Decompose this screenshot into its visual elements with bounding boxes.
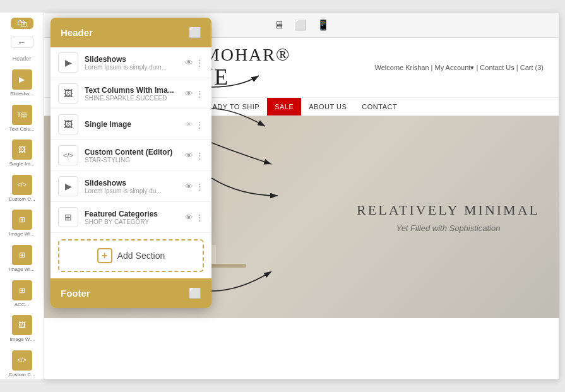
- sidebar-item-label: Image Wi...: [9, 231, 34, 237]
- sidebar-item-label: Image Wi...: [9, 266, 34, 273]
- panel-footer-title: Footer: [61, 288, 90, 299]
- sidebar-item-acc[interactable]: ⊞ ACC...: [4, 278, 40, 311]
- slideshows2-visible-icon[interactable]: 👁: [185, 182, 193, 191]
- hero-subtitle: Yet Filled with Sophistication: [357, 223, 540, 233]
- desktop-icon[interactable]: 🖥: [274, 20, 284, 31]
- left-sidebar: 🛍 ← Header ▶ Slidesho... T▤ Text Colu...…: [0, 13, 44, 379]
- slideshows1-actions: 👁 ⋮: [185, 58, 204, 68]
- sidebar-item-text-col[interactable]: T▤ Text Colu...: [4, 102, 40, 135]
- hero-text: RELATIVELY MINIMAL Yet Filled with Sophi…: [357, 202, 540, 233]
- panel-item-slideshows2[interactable]: ▶ Slideshows Lorem Ipsum is simply du...…: [51, 171, 211, 202]
- text-columns-visible-icon[interactable]: 👁: [185, 89, 193, 98]
- single-image-drag-icon[interactable]: ⋮: [196, 120, 204, 129]
- sidebar-item-slideshows[interactable]: ▶ Slidesho...: [4, 67, 40, 100]
- custom-content-icon: </>: [58, 145, 78, 165]
- panel-item-single-image[interactable]: 🖼 Single Image 👁 ⋮: [51, 109, 211, 140]
- featured-categories-icon: ⊞: [58, 207, 78, 227]
- sidebar-back-button[interactable]: ←: [11, 37, 33, 48]
- slideshows1-drag-icon[interactable]: ⋮: [196, 58, 204, 68]
- panel-item-featured-categories[interactable]: ⊞ Featured Categories SHOP BY CATEGORY 👁…: [51, 202, 211, 233]
- custom-content-sub: STAR-STYLING: [85, 157, 179, 163]
- panel-item-text-columns[interactable]: 🖼 Text Columns With Ima... SHINE.SPARKLE…: [51, 78, 211, 109]
- text-columns-icon: 🖼: [58, 83, 78, 104]
- featured-categories-visible-icon[interactable]: 👁: [185, 213, 193, 222]
- panel-header-icon[interactable]: ⬜: [189, 27, 201, 39]
- slideshows1-icon: ▶: [58, 52, 78, 73]
- single-image-text: Single Image: [85, 120, 179, 129]
- add-section-button[interactable]: + Add Section: [58, 239, 204, 272]
- img-with-icon: ⊞: [12, 210, 32, 230]
- single-image-name: Single Image: [85, 120, 179, 129]
- featured-categories-drag-icon[interactable]: ⋮: [196, 213, 204, 222]
- sidebar-logo: 🛍: [11, 18, 33, 29]
- add-section-label: Add Section: [117, 251, 165, 261]
- custom-content-actions: 👁 ⋮: [185, 151, 204, 160]
- text-columns-drag-icon[interactable]: ⋮: [196, 89, 204, 98]
- slideshows2-actions: 👁 ⋮: [185, 182, 204, 191]
- single-image-hidden-icon[interactable]: 👁: [185, 120, 193, 129]
- custom-icon: </>: [12, 175, 32, 195]
- hero-title: RELATIVELY MINIMAL: [357, 202, 540, 218]
- nav-item-about[interactable]: ABOUT US: [301, 98, 354, 116]
- sidebar-item-label: ACC...: [15, 302, 30, 308]
- img-with2-icon: ⊞: [12, 245, 32, 265]
- featured-categories-name: Featured Categories: [85, 210, 179, 218]
- slideshows2-sub: Lorem Ipsum is simply du...: [85, 187, 179, 194]
- single-image-icon: 🖼: [58, 114, 78, 134]
- sidebar-item-label: Text Colu...: [9, 126, 34, 133]
- nav-item-sale[interactable]: SALE: [267, 98, 301, 116]
- slideshows1-text: Slideshows Lorem Ipsum is simply dum...: [85, 55, 179, 71]
- single-img-icon: 🖼: [12, 140, 32, 160]
- sidebar-item-label: Single Im...: [9, 161, 34, 167]
- mobile-icon[interactable]: 📱: [317, 19, 330, 31]
- slideshows-icon: ▶: [12, 69, 32, 90]
- custom-content-text: Custom Content (Editor) STAR-STYLING: [85, 148, 179, 163]
- panel-footer: Footer ⬜: [51, 278, 211, 308]
- sidebar-item-custom[interactable]: </> Custom C...: [4, 172, 40, 205]
- slideshows2-text: Slideshows Lorem Ipsum is simply du...: [85, 179, 179, 194]
- panel-item-custom-content[interactable]: </> Custom Content (Editor) STAR-STYLING…: [51, 140, 211, 171]
- slideshows2-drag-icon[interactable]: ⋮: [196, 182, 204, 191]
- sidebar-header-label: Header: [0, 53, 44, 64]
- site-nav-top: Welcome Krishan | My Account▾ | Contact …: [375, 64, 544, 72]
- slideshows1-name: Slideshows: [85, 55, 179, 64]
- featured-categories-actions: 👁 ⋮: [185, 213, 204, 222]
- add-section-icon: +: [97, 248, 112, 263]
- sidebar-item-img-with[interactable]: ⊞ Image Wi...: [4, 207, 40, 240]
- sidebar-item-label: Custom C...: [8, 196, 35, 203]
- panel-item-slideshows1[interactable]: ▶ Slideshows Lorem Ipsum is simply dum..…: [51, 47, 211, 78]
- custom-content-name: Custom Content (Editor): [85, 148, 179, 157]
- panel-header-title: Header: [61, 27, 93, 38]
- sidebar-item-single-img[interactable]: 🖼 Single Im...: [4, 137, 40, 170]
- nav-item-contact[interactable]: CONTACT: [354, 98, 405, 116]
- featured-categories-text: Featured Categories SHOP BY CATEGORY: [85, 210, 179, 225]
- text-columns-sub: SHINE.SPARKLE.SUCCEED: [85, 95, 179, 102]
- panel-header: Header ⬜: [51, 18, 211, 47]
- panel-items-list: ▶ Slideshows Lorem Ipsum is simply dum..…: [51, 47, 211, 233]
- sidebar-item-img-with2[interactable]: ⊞ Image Wi...: [4, 242, 40, 275]
- slideshows1-visible-icon[interactable]: 👁: [185, 58, 193, 68]
- slideshows2-name: Slideshows: [85, 179, 179, 187]
- text-columns-text: Text Columns With Ima... SHINE.SPARKLE.S…: [85, 86, 179, 102]
- sidebar-item-custom2[interactable]: </> Custom C...: [4, 348, 40, 381]
- sidebar-item-label: Slidesho...: [10, 91, 33, 97]
- text-col-icon: T▤: [12, 105, 32, 125]
- img3-icon: 🖼: [12, 315, 32, 335]
- sidebar-item-label: Image W...: [9, 336, 33, 343]
- panel-footer-icon[interactable]: ⬜: [189, 287, 201, 299]
- custom2-icon: </>: [12, 350, 32, 371]
- text-columns-name: Text Columns With Ima...: [85, 86, 179, 95]
- featured-categories-sub: SHOP BY CATEGORY: [85, 218, 179, 225]
- editor-panel: Header ⬜ ▶ Slideshows Lorem Ipsum is sim…: [51, 18, 211, 308]
- sidebar-item-label: Custom C...: [8, 372, 35, 378]
- single-image-actions: 👁 ⋮: [185, 120, 204, 129]
- custom-content-drag-icon[interactable]: ⋮: [196, 151, 204, 160]
- custom-content-visible-icon[interactable]: 👁: [185, 151, 193, 160]
- text-columns-actions: 👁 ⋮: [185, 89, 204, 98]
- sidebar-item-img3[interactable]: 🖼 Image W...: [4, 312, 40, 345]
- tablet-icon[interactable]: ⬜: [294, 19, 307, 31]
- slideshows1-sub: Lorem Ipsum is simply dum...: [85, 64, 179, 71]
- slideshows2-icon: ▶: [58, 176, 78, 196]
- acc-icon: ⊞: [12, 280, 32, 300]
